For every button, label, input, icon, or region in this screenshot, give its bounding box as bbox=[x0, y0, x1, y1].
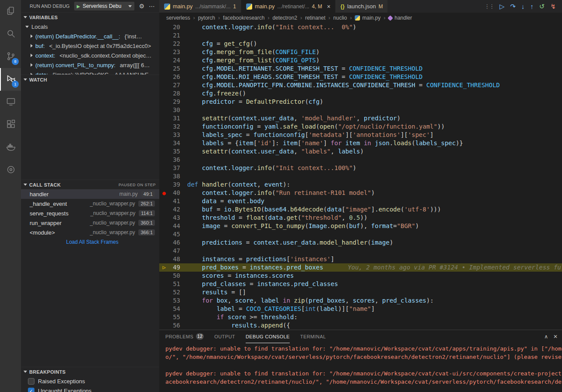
code-text[interactable]: cfg = get_cfg() bbox=[187, 40, 257, 48]
debug-config-dropdown[interactable]: ▶ Serverless Debu bbox=[74, 2, 135, 10]
code-line-40[interactable]: ●40 context.logger.info("Run retinanet-R… bbox=[159, 189, 562, 197]
code-text[interactable]: cfg.merge_from_list(CONFIG_OPTS) bbox=[187, 56, 319, 65]
stack-frame-row[interactable]: _handle_event_nuclio_wrapper.py262:1 bbox=[21, 199, 159, 208]
glyph-margin[interactable] bbox=[159, 65, 169, 73]
more-actions-icon[interactable]: ⋯ bbox=[149, 3, 155, 10]
activity-item-explorer[interactable] bbox=[0, 0, 21, 23]
disconnect-icon[interactable]: ↯ bbox=[550, 3, 556, 10]
glyph-margin[interactable] bbox=[159, 56, 169, 65]
code-text[interactable]: context.logger.info("Init context...100%… bbox=[187, 164, 356, 172]
code-line-52[interactable]: 52 results = [] bbox=[159, 288, 562, 297]
code-line-32[interactable]: 32 functionconfig = yaml.safe_load(open(… bbox=[159, 123, 562, 131]
code-text[interactable]: results = [] bbox=[187, 288, 246, 297]
code-text[interactable]: functionconfig = yaml.safe_load(open("/o… bbox=[187, 123, 445, 131]
activity-item-docker[interactable] bbox=[0, 136, 21, 159]
code-text[interactable]: for box, score, label in zip(pred_boxes,… bbox=[187, 297, 434, 305]
glyph-margin[interactable] bbox=[159, 40, 169, 48]
editor-tab-launch.json[interactable]: {}launch.jsonM bbox=[336, 0, 388, 13]
activity-item-source-control[interactable]: 8 bbox=[0, 45, 21, 68]
code-line-46[interactable]: 46 predictions = context.user_data.model… bbox=[159, 239, 562, 247]
glyph-margin[interactable] bbox=[159, 172, 169, 181]
code-line-29[interactable]: 29 predictor = DefaultPredictor(cfg) bbox=[159, 98, 562, 106]
code-line-53[interactable]: 53 for box, score, label in zip(pred_box… bbox=[159, 297, 562, 305]
code-line-34[interactable]: 34 labels = {item['id']: item['name'] fo… bbox=[159, 139, 562, 147]
breakpoints-section-header[interactable]: BREAKPOINTS bbox=[21, 367, 159, 376]
code-line-45[interactable]: 45 bbox=[159, 230, 562, 239]
variables-section-header[interactable]: VARIABLES bbox=[21, 12, 159, 22]
code-text[interactable]: if score >= threshold: bbox=[187, 313, 298, 321]
code-line-47[interactable]: 47 bbox=[159, 247, 562, 255]
code-text[interactable]: pred_classes = instances.pred_classes bbox=[187, 280, 338, 288]
code-text[interactable]: setattr(context.user_data, 'model_handle… bbox=[187, 114, 401, 123]
activity-item-search[interactable] bbox=[0, 23, 21, 45]
breadcrumb-item-retinanet[interactable]: retinanet bbox=[305, 15, 326, 21]
grip-icon[interactable]: ⋮⋮ bbox=[484, 3, 494, 9]
start-debug-icon[interactable]: ▶ bbox=[77, 4, 80, 9]
code-line-27[interactable]: 27 cfg.MODEL.PANOPTIC_FPN.COMBINE.INSTAN… bbox=[159, 81, 562, 89]
glyph-margin[interactable] bbox=[159, 106, 169, 114]
stack-frame-row[interactable]: run_wrapper_nuclio_wrapper.py360:1 bbox=[21, 218, 159, 228]
code-line-33[interactable]: 33 labels_spec = functionconfig['metadat… bbox=[159, 131, 562, 139]
code-text[interactable]: pred_boxes = instances.pred_boxes bbox=[187, 263, 323, 272]
panel-tab-debug-console[interactable]: DEBUG CONSOLE bbox=[246, 330, 290, 343]
code-line-24[interactable]: 24 cfg.merge_from_list(CONFIG_OPTS) bbox=[159, 56, 562, 65]
code-line-26[interactable]: 26 cfg.MODEL.ROI_HEADS.SCORE_THRESH_TEST… bbox=[159, 73, 562, 81]
panel-maximize-icon[interactable]: ∧ bbox=[544, 334, 548, 340]
glyph-margin[interactable] bbox=[159, 23, 169, 31]
code-text[interactable]: context.logger.info("Init context... 0%"… bbox=[187, 23, 356, 31]
code-line-41[interactable]: 41 data = event.body bbox=[159, 197, 562, 205]
step-over-icon[interactable]: ↷ bbox=[510, 3, 516, 10]
glyph-margin[interactable] bbox=[159, 123, 169, 131]
restart-icon[interactable]: ↺ bbox=[539, 3, 545, 10]
gear-icon[interactable]: ⚙ bbox=[139, 3, 144, 10]
panel-tab-terminal[interactable]: TERMINAL bbox=[300, 330, 326, 343]
glyph-margin[interactable] bbox=[159, 214, 169, 222]
activity-item-remote-explorer[interactable] bbox=[0, 91, 21, 113]
code-line-28[interactable]: 28 cfg.freeze() bbox=[159, 89, 562, 98]
code-line-30[interactable]: 30 bbox=[159, 106, 562, 114]
glyph-margin[interactable] bbox=[159, 197, 169, 205]
glyph-margin[interactable] bbox=[159, 31, 169, 40]
code-text[interactable]: label = COCO_CATEGORIES[int(label)]["nam… bbox=[187, 305, 375, 313]
call-stack-section-header[interactable]: CALL STACK PAUSED ON STEP bbox=[21, 180, 159, 189]
breadcrumb-item-handler[interactable]: handler bbox=[388, 15, 412, 21]
code-line-51[interactable]: 51 pred_classes = instances.pred_classes bbox=[159, 280, 562, 288]
glyph-margin[interactable] bbox=[159, 280, 169, 288]
glyph-margin[interactable] bbox=[159, 205, 169, 214]
glyph-margin[interactable] bbox=[159, 81, 169, 89]
close-icon[interactable]: × bbox=[327, 3, 330, 10]
continue-icon[interactable]: ▷ bbox=[500, 3, 505, 10]
code-text[interactable]: cfg.MODEL.ROI_HEADS.SCORE_THRESH_TEST = … bbox=[187, 73, 423, 81]
code-text[interactable]: scores = instances.scores bbox=[187, 272, 294, 280]
code-line-39[interactable]: 39def handler(context, event): bbox=[159, 181, 562, 189]
variable-row[interactable]: buf:<_io.BytesIO object at 0x7f5a2dc1ecc… bbox=[21, 41, 159, 51]
code-line-20[interactable]: 20 context.logger.info("Init context... … bbox=[159, 23, 562, 31]
panel-tab-problems[interactable]: PROBLEMS12 bbox=[165, 330, 204, 343]
glyph-margin[interactable] bbox=[159, 147, 169, 156]
code-line-50[interactable]: 50 scores = instances.scores bbox=[159, 272, 562, 280]
code-line-54[interactable]: 54 label = COCO_CATEGORIES[int(label)]["… bbox=[159, 305, 562, 313]
code-line-22[interactable]: 22 cfg = get_cfg() bbox=[159, 40, 562, 48]
stack-frame-row[interactable]: handlermain.py49:1 bbox=[21, 189, 159, 199]
glyph-margin[interactable] bbox=[159, 114, 169, 123]
variable-row[interactable]: (return) DefaultPredictor.__call__:{'ins… bbox=[21, 31, 159, 41]
code-line-49[interactable]: ▷49 pred_boxes = instances.pred_boxesYou… bbox=[159, 263, 562, 272]
watch-section-header[interactable]: WATCH bbox=[21, 75, 159, 84]
code-line-55[interactable]: 55 if score >= threshold: bbox=[159, 313, 562, 321]
code-text[interactable]: cfg.MODEL.RETINANET.SCORE_THRESH_TEST = … bbox=[187, 65, 423, 73]
glyph-margin[interactable] bbox=[159, 288, 169, 297]
breadcrumb-item-pytorch[interactable]: pytorch bbox=[198, 15, 215, 21]
glyph-margin[interactable] bbox=[159, 272, 169, 280]
glyph-margin[interactable] bbox=[159, 313, 169, 321]
code-text[interactable]: predictor = DefaultPredictor(cfg) bbox=[187, 98, 323, 106]
code-line-44[interactable]: 44 image = convert_PIL_to_numpy(Image.op… bbox=[159, 222, 562, 230]
glyph-margin[interactable] bbox=[159, 297, 169, 305]
activity-item-extension-circle[interactable] bbox=[0, 159, 21, 181]
glyph-margin[interactable] bbox=[159, 255, 169, 263]
code-text[interactable]: cfg.merge_from_file(CONFIG_FILE) bbox=[187, 48, 319, 56]
breadcrumb-item-facebookresearch[interactable]: facebookresearch bbox=[223, 15, 264, 21]
editor-tab-main.py[interactable]: main.py.../retinanet/...4, M× bbox=[241, 0, 336, 13]
variables-scope-locals[interactable]: Locals bbox=[21, 22, 159, 31]
variable-row[interactable]: data:{'image': 'iVBORw0KG…AAAANSUhE… bbox=[21, 70, 159, 75]
code-line-36[interactable]: 36 bbox=[159, 156, 562, 164]
